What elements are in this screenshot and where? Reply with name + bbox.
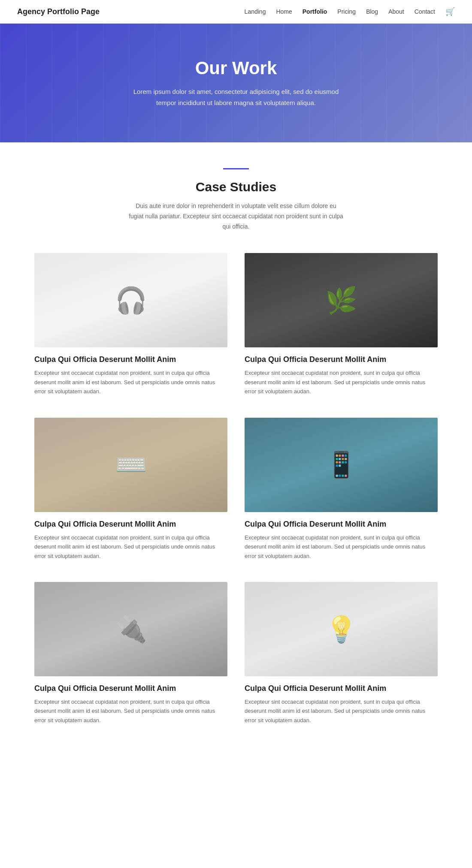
portfolio-item-title: Culpa Qui Officia Deserunt Mollit Anim	[245, 355, 438, 364]
portfolio-item-desc: Excepteur sint occaecat cupidatat non pr…	[245, 368, 438, 396]
section-title: Case Studies	[17, 180, 455, 194]
portfolio-image-5[interactable]	[34, 582, 227, 676]
nav-item-about[interactable]: About	[388, 8, 404, 15]
portfolio-grid: Culpa Qui Officia Deserunt Mollit AnimEx…	[34, 253, 438, 725]
nav-item-blog[interactable]: Blog	[366, 8, 378, 15]
portfolio-item-title: Culpa Qui Officia Deserunt Mollit Anim	[245, 520, 438, 529]
hero-section: Our Work Lorem ipsum dolor sit amet, con…	[0, 24, 472, 142]
portfolio-image-1[interactable]	[34, 253, 227, 347]
portfolio-item-desc: Excepteur sint occaecat cupidatat non pr…	[245, 533, 438, 561]
hero-title: Our Work	[195, 58, 277, 78]
nav-item-home[interactable]: Home	[276, 8, 292, 15]
portfolio-item: Culpa Qui Officia Deserunt Mollit AnimEx…	[245, 253, 438, 396]
portfolio-item-title: Culpa Qui Officia Deserunt Mollit Anim	[34, 355, 227, 364]
nav-item-contact[interactable]: Contact	[415, 8, 435, 15]
cart-icon[interactable]: 🛒	[445, 7, 455, 16]
portfolio-image-2[interactable]	[245, 253, 438, 347]
brand-logo: Agency Portfolio Page	[17, 7, 100, 16]
portfolio-item-desc: Excepteur sint occaecat cupidatat non pr…	[245, 697, 438, 725]
portfolio-item-title: Culpa Qui Officia Deserunt Mollit Anim	[34, 520, 227, 529]
portfolio-item: Culpa Qui Officia Deserunt Mollit AnimEx…	[34, 582, 227, 725]
nav-item-landing[interactable]: Landing	[245, 8, 266, 15]
portfolio-section: Culpa Qui Officia Deserunt Mollit AnimEx…	[0, 236, 472, 750]
hero-subtitle: Lorem ipsum dolor sit amet, consectetur …	[129, 86, 343, 108]
portfolio-item-desc: Excepteur sint occaecat cupidatat non pr…	[34, 533, 227, 561]
portfolio-image-3[interactable]	[34, 418, 227, 512]
portfolio-item: Culpa Qui Officia Deserunt Mollit AnimEx…	[245, 418, 438, 561]
portfolio-item-title: Culpa Qui Officia Deserunt Mollit Anim	[245, 684, 438, 693]
nav-item-pricing[interactable]: Pricing	[337, 8, 356, 15]
portfolio-image-6[interactable]	[245, 582, 438, 676]
portfolio-image-4[interactable]	[245, 418, 438, 512]
section-header: Case Studies Duis aute irure dolor in re…	[0, 142, 472, 236]
section-divider-line	[223, 168, 249, 169]
navbar: Agency Portfolio Page Landing Home Portf…	[0, 0, 472, 24]
portfolio-item: Culpa Qui Officia Deserunt Mollit AnimEx…	[34, 253, 227, 396]
portfolio-item-desc: Excepteur sint occaecat cupidatat non pr…	[34, 697, 227, 725]
nav-item-portfolio[interactable]: Portfolio	[303, 8, 327, 15]
portfolio-item-title: Culpa Qui Officia Deserunt Mollit Anim	[34, 684, 227, 693]
portfolio-item-desc: Excepteur sint occaecat cupidatat non pr…	[34, 368, 227, 396]
portfolio-item: Culpa Qui Officia Deserunt Mollit AnimEx…	[34, 418, 227, 561]
section-subtitle: Duis aute irure dolor in reprehenderit i…	[129, 201, 343, 232]
nav-menu: Landing Home Portfolio Pricing Blog Abou…	[245, 7, 455, 16]
portfolio-item: Culpa Qui Officia Deserunt Mollit AnimEx…	[245, 582, 438, 725]
